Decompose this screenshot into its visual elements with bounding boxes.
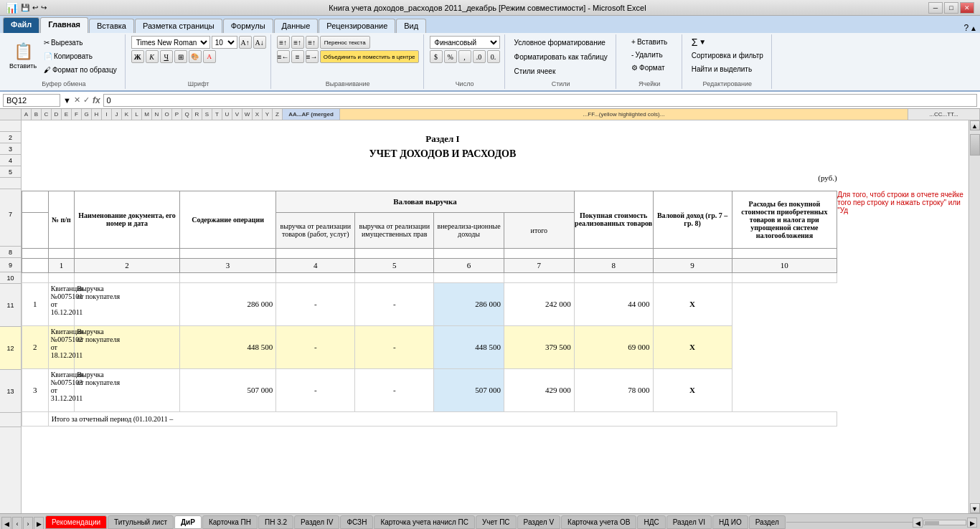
row13-num[interactable]: 3: [22, 368, 49, 411]
find-select-button[interactable]: Найти и выделить: [688, 63, 767, 75]
tab-formulas[interactable]: Формулы: [223, 19, 273, 33]
formula-expand-icon[interactable]: ▼: [63, 96, 71, 105]
tab-card-nachs-ps[interactable]: Карточка учета начисл ПС: [374, 515, 475, 529]
row11-col4[interactable]: 286 000: [179, 282, 275, 325]
row13-col9[interactable]: 78 000: [574, 368, 653, 411]
tab-review[interactable]: Рецензирование: [319, 19, 395, 33]
row13-col6[interactable]: -: [355, 368, 434, 411]
tab-nd-io[interactable]: НД ИО: [712, 515, 748, 529]
align-top-left-button[interactable]: ≡↑: [277, 36, 290, 49]
row12-operation[interactable]: Выручка от покупателя: [75, 325, 180, 368]
paste-button[interactable]: 📋 Вставить: [7, 36, 39, 76]
tab-dir[interactable]: ДиР: [174, 515, 202, 529]
tab-card-ov[interactable]: Карточка учета ОВ: [561, 515, 636, 529]
h-scroll-bar[interactable]: [923, 520, 966, 525]
decrease-decimal-button[interactable]: 0.: [487, 50, 500, 63]
row12-col5[interactable]: -: [276, 325, 355, 368]
tab-section5[interactable]: Раздел V: [517, 515, 561, 529]
align-right-button[interactable]: ≡→: [306, 50, 319, 63]
row12-col4[interactable]: 448 500: [179, 325, 275, 368]
align-center-button[interactable]: ≡: [291, 50, 304, 63]
font-size-select[interactable]: 10: [212, 36, 237, 49]
font-color-button[interactable]: A: [203, 50, 216, 63]
h-scroll-left[interactable]: ◀: [913, 518, 923, 528]
border-button[interactable]: ⊞: [174, 50, 187, 63]
row12-col7[interactable]: 448 500: [434, 325, 504, 368]
row12-doc[interactable]: Квитанция №0075102 от 18.12.2011: [48, 325, 75, 368]
autosum-button[interactable]: Σ ▼: [688, 36, 767, 48]
percent-button[interactable]: %: [444, 50, 457, 63]
insert-cells-button[interactable]: + Вставить: [628, 36, 671, 48]
row11-col5[interactable]: -: [276, 282, 355, 325]
row11-operation[interactable]: Выручка от покупателя: [75, 282, 180, 325]
row13-col8[interactable]: 429 000: [504, 368, 574, 411]
quick-access-undo[interactable]: ↩: [32, 4, 38, 11]
tab-uchet-ps[interactable]: Учет ПС: [476, 515, 517, 529]
row11-col10[interactable]: X: [653, 282, 732, 325]
increase-decimal-button[interactable]: .0: [473, 50, 486, 63]
row12-col6[interactable]: -: [355, 325, 434, 368]
format-painter-button[interactable]: 🖌 Формат по образцу: [40, 63, 121, 76]
tab-home[interactable]: Главная: [40, 17, 88, 33]
cell-styles-button[interactable]: Стили ячеек: [511, 65, 611, 77]
wrap-text-button[interactable]: Перенос текста: [320, 36, 370, 49]
sort-filter-button[interactable]: Сортировка и фильтр: [688, 49, 767, 62]
row13-col10[interactable]: X: [653, 368, 732, 411]
row12-col10[interactable]: X: [653, 325, 732, 368]
cut-button[interactable]: ✂ Вырезать: [40, 36, 121, 49]
close-button[interactable]: ✕: [960, 2, 974, 14]
bold-button[interactable]: Ж: [131, 50, 144, 63]
h-scroll-right[interactable]: ▶: [967, 518, 977, 528]
minimize-ribbon-icon[interactable]: ▲: [970, 24, 977, 32]
tab-recommendations[interactable]: Рекомендации: [45, 515, 107, 529]
tab-section[interactable]: Раздел: [749, 515, 786, 529]
cancel-formula-icon[interactable]: ✕: [74, 95, 80, 105]
conditional-formatting-button[interactable]: Условное форматирование: [511, 36, 611, 49]
underline-button[interactable]: Ч: [160, 50, 173, 63]
delete-cells-button[interactable]: - Удалить: [628, 49, 671, 61]
row13-operation[interactable]: Выручка от покупателя: [75, 368, 180, 411]
tab-view[interactable]: Вид: [396, 19, 426, 33]
tab-insert[interactable]: Вставка: [89, 19, 134, 33]
sheet-scroll-left-2[interactable]: ‹: [12, 517, 22, 530]
tab-page-layout[interactable]: Разметка страницы: [135, 19, 222, 33]
tab-pn32[interactable]: ПН 3.2: [258, 515, 293, 529]
copy-button[interactable]: 📄 Копировать: [40, 49, 121, 62]
sheet-scroll-right[interactable]: ▶: [34, 517, 44, 530]
align-top-right-button[interactable]: ≡↑: [306, 36, 319, 49]
comma-button[interactable]: ,: [458, 50, 471, 63]
format-cells-button[interactable]: ⚙ Формат: [628, 62, 671, 74]
number-format-select[interactable]: Финансовый: [430, 36, 500, 49]
confirm-formula-icon[interactable]: ✓: [83, 95, 90, 105]
row12-col9[interactable]: 69 000: [574, 325, 653, 368]
scroll-down-button[interactable]: ▼: [970, 503, 980, 513]
row11-col6[interactable]: -: [355, 282, 434, 325]
quick-access-redo[interactable]: ↪: [41, 4, 47, 11]
format-as-table-button[interactable]: Форматировать как таблицу: [511, 50, 611, 63]
sheet-scroll-left[interactable]: ◀: [1, 517, 11, 530]
tab-card-pn[interactable]: Карточка ПН: [202, 515, 258, 529]
fill-color-button[interactable]: 🎨: [189, 50, 202, 63]
increase-font-button[interactable]: A↑: [239, 36, 252, 49]
italic-button[interactable]: К: [146, 50, 159, 63]
scroll-up-button[interactable]: ▲: [970, 120, 980, 130]
row11-col8[interactable]: 242 000: [504, 282, 574, 325]
tab-section6[interactable]: Раздел VI: [666, 515, 712, 529]
align-top-center-button[interactable]: ≡↑: [291, 36, 304, 49]
sheet-scroll-right-2[interactable]: ›: [23, 517, 33, 530]
row11-doc[interactable]: Квитанция №0075101 от 16.12.2011: [48, 282, 75, 325]
row11-num[interactable]: 1: [22, 282, 49, 325]
tab-fszn[interactable]: ФСЗН: [340, 515, 373, 529]
tab-file[interactable]: Файл: [3, 17, 39, 33]
font-name-select[interactable]: Times New Roman: [131, 36, 210, 49]
tab-data[interactable]: Данные: [274, 19, 319, 33]
restore-button[interactable]: □: [944, 2, 958, 14]
scroll-thumb[interactable]: [970, 134, 980, 156]
tab-title-page[interactable]: Титульный лист: [108, 515, 174, 529]
help-icon[interactable]: ?: [963, 23, 969, 33]
row13-doc[interactable]: Квитанция №0075103 от 31.12.2011: [48, 368, 75, 411]
tab-section4[interactable]: Раздел IV: [294, 515, 339, 529]
row11-col9[interactable]: 44 000: [574, 282, 653, 325]
formula-input[interactable]: [103, 94, 977, 107]
row13-col4[interactable]: 507 000: [179, 368, 275, 411]
